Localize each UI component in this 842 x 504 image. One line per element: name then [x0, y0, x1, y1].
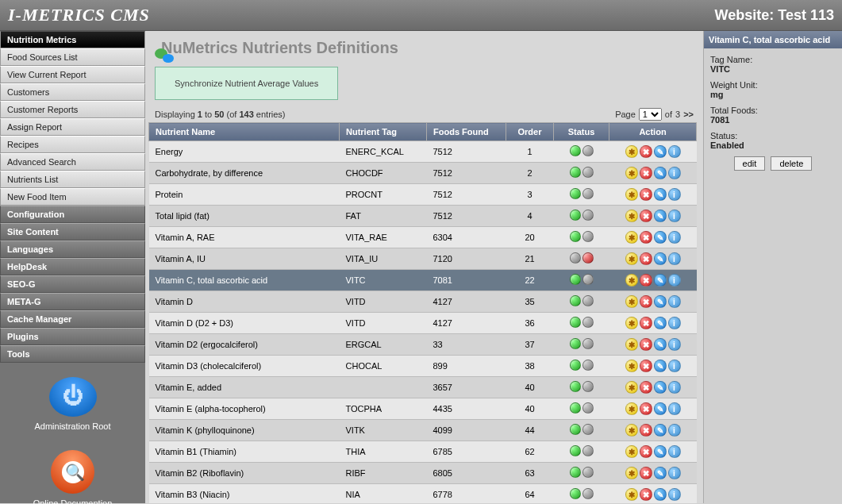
edit-icon[interactable]: ✎: [654, 295, 667, 308]
info-icon[interactable]: i: [668, 402, 681, 415]
table-row[interactable]: ProteinPROCNT75123✱✖✎i: [149, 184, 697, 206]
delete-icon[interactable]: ✖: [640, 317, 652, 329]
info-icon[interactable]: i: [668, 381, 681, 394]
gear-icon[interactable]: ✱: [625, 402, 638, 415]
table-row[interactable]: Vitamin D (D2 + D3)VITD412736✱✖✎i: [149, 313, 697, 334]
edit-icon[interactable]: ✎: [654, 381, 667, 394]
edit-icon[interactable]: ✎: [654, 467, 667, 479]
gear-icon[interactable]: ✱: [625, 210, 638, 222]
info-icon[interactable]: i: [668, 210, 681, 222]
gear-icon[interactable]: ✱: [625, 274, 638, 287]
status-toggle[interactable]: [570, 360, 594, 371]
status-toggle[interactable]: [570, 338, 594, 349]
info-icon[interactable]: i: [668, 188, 681, 201]
next-page-button[interactable]: >>: [683, 110, 694, 119]
info-icon[interactable]: i: [668, 467, 681, 479]
status-toggle[interactable]: [570, 295, 594, 306]
edit-icon[interactable]: ✎: [654, 488, 667, 501]
status-toggle[interactable]: [570, 467, 594, 478]
status-toggle[interactable]: [570, 381, 594, 392]
table-row[interactable]: EnergyENERC_KCAL75121✱✖✎i: [149, 141, 697, 163]
online-doc-link[interactable]: Online Documention: [0, 442, 145, 504]
gear-icon[interactable]: ✱: [625, 167, 638, 179]
info-icon[interactable]: i: [668, 445, 681, 458]
edit-icon[interactable]: ✎: [654, 402, 667, 415]
delete-icon[interactable]: ✖: [640, 424, 652, 437]
delete-icon[interactable]: ✖: [640, 381, 652, 394]
edit-icon[interactable]: ✎: [654, 167, 667, 179]
sidebar-plugins[interactable]: Plugins: [0, 328, 145, 345]
gear-icon[interactable]: ✱: [625, 338, 638, 351]
delete-icon[interactable]: ✖: [640, 402, 652, 415]
info-icon[interactable]: i: [668, 424, 681, 437]
edit-icon[interactable]: ✎: [654, 317, 667, 329]
sidebar-nutrition-metrics[interactable]: Nutrition Metrics: [0, 31, 145, 48]
gear-icon[interactable]: ✱: [625, 381, 638, 394]
edit-icon[interactable]: ✎: [654, 424, 667, 437]
info-icon[interactable]: i: [668, 360, 681, 372]
sidebar-customers[interactable]: Customers: [0, 83, 145, 101]
delete-icon[interactable]: ✖: [640, 295, 652, 308]
status-toggle[interactable]: [570, 252, 594, 264]
sidebar-cache-manager[interactable]: Cache Manager: [0, 310, 145, 328]
info-icon[interactable]: i: [668, 338, 681, 351]
sidebar-advanced-search[interactable]: Advanced Search: [0, 153, 145, 171]
edit-icon[interactable]: ✎: [654, 338, 667, 351]
status-toggle[interactable]: [570, 402, 594, 414]
delete-icon[interactable]: ✖: [640, 467, 652, 479]
delete-icon[interactable]: ✖: [640, 338, 652, 351]
gear-icon[interactable]: ✱: [625, 145, 638, 158]
edit-icon[interactable]: ✎: [654, 145, 667, 158]
sidebar-recipes[interactable]: Recipes: [0, 136, 145, 153]
delete-icon[interactable]: ✖: [640, 360, 652, 372]
info-icon[interactable]: i: [668, 317, 681, 329]
info-icon[interactable]: i: [668, 145, 681, 158]
delete-icon[interactable]: ✖: [640, 145, 652, 158]
status-toggle[interactable]: [570, 445, 594, 456]
edit-icon[interactable]: ✎: [654, 360, 667, 372]
sync-nutrient-button[interactable]: Synchronize Nutrient Average Values: [155, 67, 338, 100]
delete-icon[interactable]: ✖: [640, 231, 652, 244]
info-icon[interactable]: i: [668, 488, 681, 501]
sidebar-languages[interactable]: Languages: [0, 240, 145, 258]
edit-icon[interactable]: ✎: [654, 210, 667, 222]
table-row[interactable]: Vitamin DVITD412735✱✖✎i: [149, 291, 697, 313]
info-icon[interactable]: i: [668, 231, 681, 244]
sidebar-seo-g[interactable]: SEO-G: [0, 275, 145, 293]
status-toggle[interactable]: [570, 488, 594, 499]
info-icon[interactable]: i: [668, 295, 681, 308]
sidebar-nutrients-list[interactable]: Nutrients List: [0, 171, 145, 188]
delete-icon[interactable]: ✖: [640, 252, 652, 265]
status-toggle[interactable]: [570, 145, 594, 156]
col-nutrient-tag[interactable]: Nutrient Tag: [340, 123, 427, 141]
sidebar-helpdesk[interactable]: HelpDesk: [0, 258, 145, 275]
table-row[interactable]: Total lipid (fat)FAT75124✱✖✎i: [149, 206, 697, 227]
table-row[interactable]: Vitamin B2 (Riboflavin)RIBF680563✱✖✎i: [149, 463, 697, 484]
gear-icon[interactable]: ✱: [625, 424, 638, 437]
status-toggle[interactable]: [570, 274, 594, 285]
gear-icon[interactable]: ✱: [625, 231, 638, 244]
edit-icon[interactable]: ✎: [654, 274, 667, 287]
col-status[interactable]: Status: [554, 123, 609, 141]
delete-icon[interactable]: ✖: [640, 210, 652, 222]
col-nutrient-name[interactable]: Nutrient Name: [149, 123, 340, 141]
col-action[interactable]: Action: [609, 123, 697, 141]
col-foods-found[interactable]: Foods Found: [427, 123, 506, 141]
table-row[interactable]: Carbohydrate, by differenceCHOCDF75122✱✖…: [149, 163, 697, 184]
table-row[interactable]: Vitamin B3 (Niacin)NIA677864✱✖✎i: [149, 484, 697, 504]
table-row[interactable]: Vitamin A, IUVITA_IU712021✱✖✎i: [149, 248, 697, 270]
table-row[interactable]: Vitamin E, added365740✱✖✎i: [149, 377, 697, 398]
status-toggle[interactable]: [570, 424, 594, 435]
delete-icon[interactable]: ✖: [640, 488, 652, 501]
table-row[interactable]: Vitamin C, total ascorbic acidVITC708122…: [149, 270, 697, 291]
status-toggle[interactable]: [570, 167, 594, 178]
status-toggle[interactable]: [570, 231, 594, 242]
edit-icon[interactable]: ✎: [654, 231, 667, 244]
sidebar-view-current-report[interactable]: View Current Report: [0, 66, 145, 83]
sidebar-meta-g[interactable]: META-G: [0, 293, 145, 310]
gear-icon[interactable]: ✱: [625, 252, 638, 265]
page-select[interactable]: 1: [639, 108, 662, 121]
gear-icon[interactable]: ✱: [625, 295, 638, 308]
table-row[interactable]: Vitamin A, RAEVITA_RAE630420✱✖✎i: [149, 227, 697, 248]
gear-icon[interactable]: ✱: [625, 188, 638, 201]
